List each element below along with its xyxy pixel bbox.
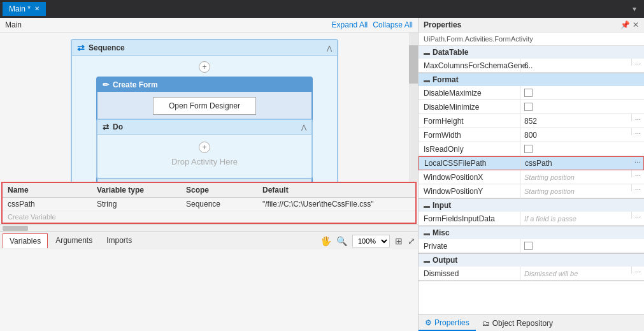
prop-isreadonly-value — [520, 142, 644, 156]
variable-row: cssPath String Sequence "/file://C:\C:\U… — [3, 198, 415, 211]
section-format-label: Format — [433, 75, 459, 84]
create-variable-row[interactable]: Create Variable — [3, 211, 415, 223]
open-form-designer-button[interactable]: Open Form Designer — [153, 97, 256, 115]
var-scope[interactable]: Sequence — [181, 198, 257, 210]
var-default[interactable]: "/file://C:\C:\User\theCssFile.css" — [257, 198, 415, 210]
sequence-body: + ✏ Create Form Open Form Designer — [72, 56, 337, 182]
checkbox-disableminimize[interactable] — [524, 103, 533, 111]
checkbox-private[interactable] — [524, 242, 533, 250]
prop-windowposy-value[interactable]: Starting position — [520, 184, 631, 198]
prop-localcss-label: LocalCSSFilePath — [419, 157, 521, 170]
scroll-thumb[interactable] — [409, 45, 418, 84]
properties-path: UiPath.Form.Activities.FormActivity — [419, 33, 644, 46]
activity-body: Open Form Designer ⇄ Do — [97, 92, 311, 182]
tab-imports[interactable]: Imports — [100, 233, 138, 248]
sequence-icon: ⇄ — [77, 43, 85, 53]
properties-panel: Properties 📌 ✕ UiPath.Form.Activities.Fo… — [418, 18, 644, 331]
bottom-tab-group: Variables Arguments Imports — [3, 233, 138, 248]
do-body: + Drop Activity Here — [97, 135, 311, 173]
tab-properties[interactable]: ⚙ Properties — [419, 315, 476, 331]
prop-windowposy-row: WindowPositionY Starting position … — [419, 184, 644, 198]
checkbox-disablemaximize[interactable] — [524, 89, 533, 97]
bottom-panel: Name Variable type Scope Default cssPath… — [0, 182, 418, 331]
properties-pin-icon[interactable]: 📌 — [620, 20, 630, 29]
create-form-activity: ✏ Create Form Open Form Designer — [96, 77, 313, 182]
prop-formheight-ellipsis[interactable]: … — [631, 114, 644, 121]
add-in-do-button[interactable]: + — [199, 142, 210, 153]
tab-dropdown[interactable]: ▾ — [627, 4, 641, 13]
sequence-collapse-icon[interactable]: ⋀ — [327, 45, 332, 52]
section-output-header[interactable]: ▬ Output — [419, 254, 644, 267]
prop-dismissed-ellipsis[interactable]: … — [631, 267, 644, 274]
prop-maxcolumns-row: MaxColumnsForSchemaGene... 6 … — [419, 59, 644, 73]
section-misc: ▬ Misc Private — [419, 226, 644, 254]
prop-formfields-value[interactable]: If a field is passe — [520, 212, 631, 225]
collapse-all-button[interactable]: Collapse All — [373, 20, 413, 29]
prop-formwidth-value[interactable]: 800 — [520, 128, 631, 142]
tab-close-icon[interactable]: ✕ — [34, 6, 39, 12]
section-input-collapse-icon: ▬ — [424, 202, 430, 209]
bottom-tab-actions: 🖐 🔍 100% ⊞ ⤢ — [320, 235, 415, 247]
tab-variables[interactable]: Variables — [3, 233, 48, 248]
prop-localcss-value[interactable]: cssPath — [521, 157, 631, 170]
tab-arguments[interactable]: Arguments — [49, 233, 99, 248]
prop-formfields-row: FormFieldsInputData If a field is passe … — [419, 212, 644, 226]
bottom-horizontal-scroll[interactable] — [0, 224, 418, 232]
var-col-scope: Scope — [181, 183, 257, 197]
prop-dismissed-value[interactable]: Dismissed will be — [520, 267, 631, 280]
prop-windowposx-value[interactable]: Starting position — [520, 170, 631, 184]
prop-maxcolumns-ellipsis[interactable]: … — [631, 59, 644, 66]
canvas-scrollbar[interactable] — [409, 33, 418, 182]
activity-icon: ✏ — [103, 80, 109, 89]
prop-formfields-label: FormFieldsInputData — [419, 212, 520, 225]
do-header[interactable]: ⇄ Do ⋀ — [97, 120, 311, 135]
prop-private-value — [520, 239, 644, 253]
add-before-button[interactable]: + — [199, 61, 210, 73]
variables-table-container: Name Variable type Scope Default cssPath… — [1, 182, 417, 224]
tab-object-repository[interactable]: 🗂 Object Repository — [476, 315, 559, 331]
prop-localcss-row: LocalCSSFilePath cssPath … — [419, 156, 644, 170]
hscroll-thumb[interactable] — [3, 226, 28, 231]
section-format-header[interactable]: ▬ Format — [419, 73, 644, 86]
section-output-collapse-icon: ▬ — [424, 257, 430, 264]
prop-maxcolumns-value[interactable]: 6 — [520, 59, 631, 72]
properties-title: Properties — [424, 20, 461, 29]
prop-private-row: Private — [419, 239, 644, 253]
search-icon[interactable]: 🔍 — [336, 236, 347, 246]
drop-activity-text: Drop Activity Here — [171, 157, 238, 166]
prop-windowposx-label: WindowPositionX — [419, 170, 520, 184]
do-collapse-icon[interactable]: ⋀ — [301, 124, 306, 131]
expand-all-button[interactable]: Expand All — [332, 20, 368, 29]
properties-close-icon[interactable]: ✕ — [633, 20, 639, 29]
prop-windowposy-ellipsis[interactable]: … — [631, 184, 644, 191]
prop-private-label: Private — [419, 239, 520, 253]
var-name[interactable]: cssPath — [3, 198, 92, 210]
section-input-header[interactable]: ▬ Input — [419, 199, 644, 212]
section-datatable-header[interactable]: ▬ DataTable — [419, 46, 644, 59]
section-misc-header[interactable]: ▬ Misc — [419, 226, 644, 239]
prop-formheight-row: FormHeight 852 … — [419, 114, 644, 128]
prop-localcss-ellipsis[interactable]: … — [631, 157, 643, 164]
prop-formwidth-ellipsis[interactable]: … — [631, 128, 644, 135]
fit-icon[interactable]: ⊞ — [395, 236, 403, 246]
expand-icon[interactable]: ⤢ — [408, 236, 415, 246]
properties-body: ▬ DataTable MaxColumnsForSchemaGene... 6… — [419, 46, 644, 314]
sequence-header[interactable]: ⇄ Sequence ⋀ — [72, 40, 337, 56]
prop-windowposx-row: WindowPositionX Starting position … — [419, 170, 644, 184]
prop-isreadonly-row: IsReadOnly — [419, 142, 644, 156]
prop-formheight-value[interactable]: 852 — [520, 114, 631, 128]
section-format-collapse-icon: ▬ — [424, 77, 430, 84]
object-repo-tab-icon: 🗂 — [482, 319, 490, 328]
prop-formfields-ellipsis[interactable]: … — [631, 212, 644, 219]
prop-disablemaximize-value — [520, 86, 644, 99]
activity-header: ✏ Create Form — [97, 78, 311, 92]
checkbox-isreadonly[interactable] — [524, 145, 533, 153]
prop-windowposx-ellipsis[interactable]: … — [631, 170, 644, 177]
breadcrumb-actions: Expand All Collapse All — [332, 20, 413, 29]
var-type[interactable]: String — [92, 198, 181, 210]
zoom-select[interactable]: 100% — [352, 235, 390, 247]
bottom-tabs-bar: Variables Arguments Imports 🖐 🔍 100% ⊞ ⤢ — [0, 232, 418, 249]
hand-icon[interactable]: 🖐 — [320, 236, 331, 246]
main-tab[interactable]: Main * ✕ — [3, 2, 46, 16]
prop-disablemaximize-row: DisableMaximize — [419, 86, 644, 100]
